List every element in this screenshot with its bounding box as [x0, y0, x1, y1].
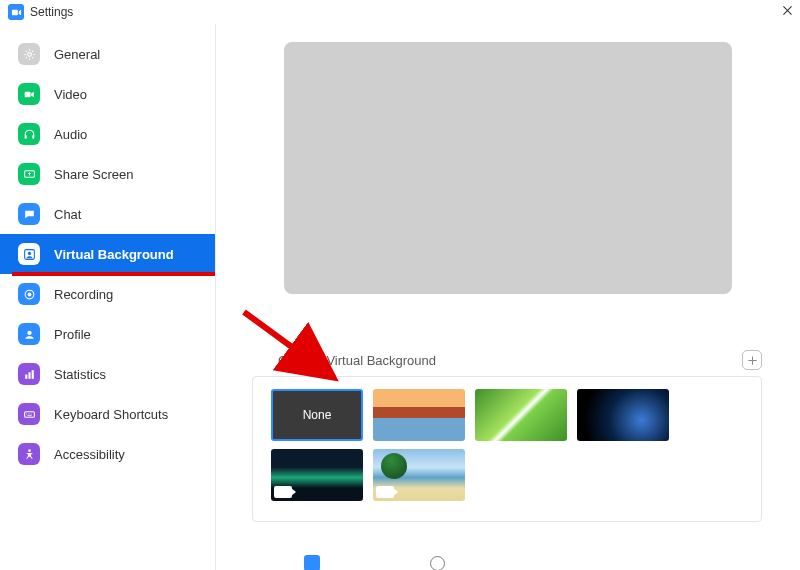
- svg-point-9: [27, 292, 31, 296]
- svg-point-17: [30, 413, 31, 414]
- sidebar-item-statistics[interactable]: Statistics: [0, 354, 215, 394]
- sidebar-item-label: Audio: [54, 127, 87, 142]
- sidebar-item-label: Statistics: [54, 367, 106, 382]
- sidebar-item-recording[interactable]: Recording: [0, 274, 215, 314]
- options-row-cutoff: [250, 556, 766, 570]
- svg-rect-13: [31, 370, 33, 379]
- svg-point-1: [27, 52, 31, 56]
- settings-sidebar: General Video Audio Share Screen Chat Vi…: [0, 24, 216, 570]
- sidebar-item-share-screen[interactable]: Share Screen: [0, 154, 215, 194]
- sidebar-item-label: Profile: [54, 327, 91, 342]
- record-icon: [18, 283, 40, 305]
- accessibility-icon: [18, 443, 40, 465]
- keyboard-icon: [18, 403, 40, 425]
- sidebar-item-label: Chat: [54, 207, 81, 222]
- svg-rect-3: [24, 135, 26, 139]
- gear-icon: [18, 43, 40, 65]
- zoom-app-icon: [8, 4, 24, 20]
- choose-bg-label: Choose Virtual Background: [278, 353, 436, 368]
- bg-thumb-aurora[interactable]: [271, 449, 363, 501]
- main-panel: Choose Virtual Background None: [216, 24, 800, 570]
- sidebar-item-label: Recording: [54, 287, 113, 302]
- svg-point-16: [28, 413, 29, 414]
- svg-rect-0: [11, 9, 17, 15]
- video-preview: [284, 42, 732, 294]
- bg-thumb-none-label: None: [303, 408, 332, 422]
- bar-chart-icon: [18, 363, 40, 385]
- sidebar-item-label: Share Screen: [54, 167, 134, 182]
- bg-thumb-grass[interactable]: [475, 389, 567, 441]
- window-title: Settings: [30, 5, 73, 19]
- person-badge-icon: [18, 243, 40, 265]
- svg-rect-12: [28, 372, 30, 379]
- video-badge-icon: [274, 486, 292, 498]
- sidebar-item-label: Video: [54, 87, 87, 102]
- svg-rect-14: [24, 411, 34, 416]
- sidebar-item-video[interactable]: Video: [0, 74, 215, 114]
- sidebar-item-chat[interactable]: Chat: [0, 194, 215, 234]
- sidebar-item-profile[interactable]: Profile: [0, 314, 215, 354]
- video-icon: [18, 83, 40, 105]
- sidebar-item-label: Virtual Background: [54, 247, 174, 262]
- svg-rect-18: [27, 415, 31, 416]
- add-background-button[interactable]: [742, 350, 762, 370]
- headphones-icon: [18, 123, 40, 145]
- close-icon[interactable]: [781, 4, 794, 20]
- sidebar-item-label: Accessibility: [54, 447, 125, 462]
- background-thumbnails: None: [252, 376, 762, 522]
- svg-rect-4: [32, 135, 34, 139]
- checkbox-checked[interactable]: [304, 555, 320, 570]
- active-underline: [12, 272, 215, 276]
- sidebar-item-general[interactable]: General: [0, 34, 215, 74]
- sidebar-item-virtual-background[interactable]: Virtual Background: [0, 234, 215, 274]
- chat-icon: [18, 203, 40, 225]
- svg-point-19: [28, 449, 31, 452]
- radio-unchecked[interactable]: [430, 556, 445, 571]
- sidebar-item-accessibility[interactable]: Accessibility: [0, 434, 215, 474]
- sidebar-item-audio[interactable]: Audio: [0, 114, 215, 154]
- profile-icon: [18, 323, 40, 345]
- sidebar-item-label: Keyboard Shortcuts: [54, 407, 168, 422]
- video-badge-icon: [376, 486, 394, 498]
- sidebar-item-label: General: [54, 47, 100, 62]
- svg-rect-2: [24, 91, 30, 96]
- titlebar: Settings: [0, 0, 800, 24]
- svg-point-7: [27, 251, 30, 254]
- svg-rect-11: [25, 374, 27, 378]
- share-screen-icon: [18, 163, 40, 185]
- bg-thumb-golden-gate[interactable]: [373, 389, 465, 441]
- bg-thumb-none[interactable]: None: [271, 389, 363, 441]
- svg-point-15: [26, 413, 27, 414]
- sidebar-item-keyboard-shortcuts[interactable]: Keyboard Shortcuts: [0, 394, 215, 434]
- bg-thumb-earth[interactable]: [577, 389, 669, 441]
- bg-thumb-beach[interactable]: [373, 449, 465, 501]
- svg-point-10: [27, 330, 31, 334]
